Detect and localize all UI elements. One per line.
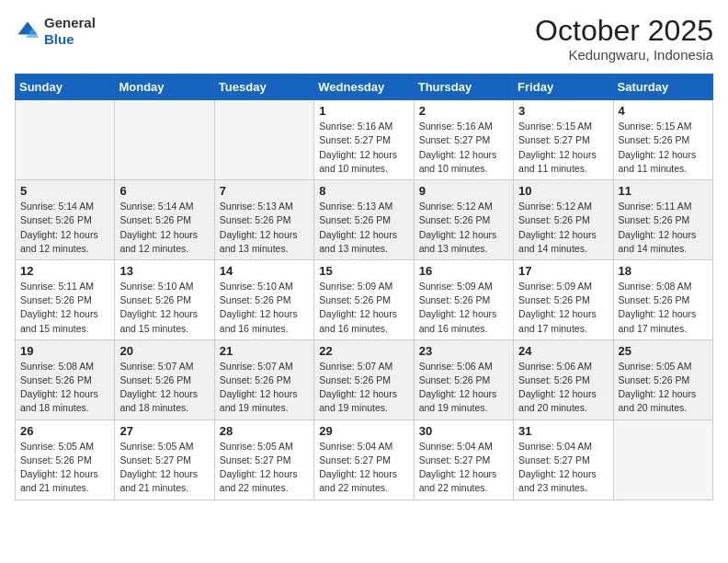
day-number: 18 [619,264,708,278]
daylight-text: Daylight: 12 hours and 10 minutes. [319,149,397,174]
day-number: 14 [220,264,309,278]
day-number: 1 [319,104,408,118]
day-number: 8 [319,184,408,198]
sunrise-text: Sunrise: 5:13 AM [319,201,392,212]
weekday-header-sunday: Sunday [16,75,115,100]
sunrise-text: Sunrise: 5:16 AM [419,121,493,132]
calendar-cell [613,419,712,500]
day-number: 29 [319,424,408,438]
title-block: October 2025 Kedungwaru, Indonesia [535,15,713,63]
sunset-text: Sunset: 5:27 PM [518,454,590,465]
daylight-text: Daylight: 12 hours and 11 minutes. [518,149,597,174]
day-info: Sunrise: 5:15 AMSunset: 5:26 PMDaylight:… [619,120,708,176]
calendar-cell: 14Sunrise: 5:10 AMSunset: 5:26 PMDayligh… [214,259,313,339]
daylight-text: Daylight: 12 hours and 15 minutes. [119,308,198,333]
daylight-text: Daylight: 12 hours and 20 minutes. [619,388,697,413]
calendar-cell: 8Sunrise: 5:13 AMSunset: 5:26 PMDaylight… [314,180,414,260]
sunset-text: Sunset: 5:26 PM [119,374,191,385]
day-number: 31 [518,424,608,438]
sunset-text: Sunset: 5:26 PM [518,374,590,385]
day-info: Sunrise: 5:05 AMSunset: 5:27 PMDaylight:… [119,440,209,496]
sunrise-text: Sunrise: 5:05 AM [119,441,193,452]
daylight-text: Daylight: 12 hours and 23 minutes. [518,468,597,493]
day-number: 10 [518,184,608,198]
logo: General Blue [15,15,96,48]
calendar-cell: 22Sunrise: 5:07 AMSunset: 5:26 PMDayligh… [314,339,414,419]
sunset-text: Sunset: 5:26 PM [119,214,191,225]
calendar-cell [16,100,115,180]
sunrise-text: Sunrise: 5:10 AM [119,281,193,292]
day-number: 2 [419,104,508,118]
sunrise-text: Sunrise: 5:06 AM [419,361,493,372]
calendar-cell: 13Sunrise: 5:10 AMSunset: 5:26 PMDayligh… [115,259,214,339]
sunrise-text: Sunrise: 5:05 AM [619,361,692,372]
logo-icon [15,18,40,44]
day-number: 3 [518,104,608,118]
day-number: 15 [319,264,408,278]
day-info: Sunrise: 5:12 AMSunset: 5:26 PMDaylight:… [419,200,508,256]
week-row-2: 5Sunrise: 5:14 AMSunset: 5:26 PMDaylight… [16,180,713,260]
day-info: Sunrise: 5:05 AMSunset: 5:26 PMDaylight:… [20,440,109,496]
sunrise-text: Sunrise: 5:12 AM [518,201,592,212]
day-info: Sunrise: 5:04 AMSunset: 5:27 PMDaylight:… [518,440,608,496]
sunset-text: Sunset: 5:26 PM [319,214,391,225]
daylight-text: Daylight: 12 hours and 12 minutes. [119,229,198,254]
sunrise-text: Sunrise: 5:15 AM [518,121,592,132]
page-header: General Blue October 2025 Kedungwaru, In… [15,15,713,63]
day-number: 12 [20,264,109,278]
sunset-text: Sunset: 5:27 PM [319,134,391,145]
sunrise-text: Sunrise: 5:10 AM [220,281,293,292]
day-info: Sunrise: 5:06 AMSunset: 5:26 PMDaylight:… [518,360,608,416]
daylight-text: Daylight: 12 hours and 16 minutes. [319,308,397,333]
calendar-cell: 11Sunrise: 5:11 AMSunset: 5:26 PMDayligh… [613,180,712,260]
calendar-cell: 23Sunrise: 5:06 AMSunset: 5:26 PMDayligh… [414,339,513,419]
sunset-text: Sunset: 5:26 PM [119,294,191,305]
day-info: Sunrise: 5:07 AMSunset: 5:26 PMDaylight:… [119,360,209,416]
sunset-text: Sunset: 5:26 PM [220,294,291,305]
calendar-cell [214,100,313,180]
calendar-cell: 27Sunrise: 5:05 AMSunset: 5:27 PMDayligh… [115,419,214,500]
sunset-text: Sunset: 5:27 PM [518,134,590,145]
sunset-text: Sunset: 5:27 PM [419,134,491,145]
day-info: Sunrise: 5:04 AMSunset: 5:27 PMDaylight:… [419,440,508,496]
sunset-text: Sunset: 5:26 PM [20,294,92,305]
sunset-text: Sunset: 5:27 PM [220,454,291,465]
sunrise-text: Sunrise: 5:09 AM [419,281,493,292]
calendar-cell: 9Sunrise: 5:12 AMSunset: 5:26 PMDaylight… [414,180,513,260]
calendar-cell: 12Sunrise: 5:11 AMSunset: 5:26 PMDayligh… [16,259,115,339]
day-number: 9 [419,184,508,198]
daylight-text: Daylight: 12 hours and 19 minutes. [319,388,397,413]
sunset-text: Sunset: 5:26 PM [20,454,92,465]
day-info: Sunrise: 5:10 AMSunset: 5:26 PMDaylight:… [220,280,309,336]
sunrise-text: Sunrise: 5:14 AM [20,201,94,212]
sunrise-text: Sunrise: 5:08 AM [20,361,94,372]
day-number: 6 [119,184,209,198]
sunrise-text: Sunrise: 5:05 AM [220,441,293,452]
calendar-cell: 16Sunrise: 5:09 AMSunset: 5:26 PMDayligh… [414,259,513,339]
daylight-text: Daylight: 12 hours and 18 minutes. [20,388,98,413]
sunset-text: Sunset: 5:26 PM [518,214,590,225]
calendar-cell: 15Sunrise: 5:09 AMSunset: 5:26 PMDayligh… [314,259,414,339]
sunset-text: Sunset: 5:26 PM [619,134,690,145]
calendar-cell: 24Sunrise: 5:06 AMSunset: 5:26 PMDayligh… [514,339,613,419]
sunset-text: Sunset: 5:26 PM [20,214,92,225]
day-number: 24 [518,344,608,358]
sunset-text: Sunset: 5:26 PM [619,214,690,225]
calendar-cell: 18Sunrise: 5:08 AMSunset: 5:26 PMDayligh… [613,259,712,339]
daylight-text: Daylight: 12 hours and 15 minutes. [20,308,98,333]
month-title: October 2025 [535,15,713,47]
sunset-text: Sunset: 5:26 PM [419,294,491,305]
day-info: Sunrise: 5:16 AMSunset: 5:27 PMDaylight:… [319,120,408,176]
daylight-text: Daylight: 12 hours and 21 minutes. [119,468,198,493]
sunset-text: Sunset: 5:27 PM [319,454,391,465]
daylight-text: Daylight: 12 hours and 12 minutes. [20,229,98,254]
sunrise-text: Sunrise: 5:06 AM [518,361,592,372]
day-info: Sunrise: 5:12 AMSunset: 5:26 PMDaylight:… [518,200,608,256]
weekday-header-thursday: Thursday [414,75,513,100]
sunrise-text: Sunrise: 5:07 AM [319,361,392,372]
day-info: Sunrise: 5:15 AMSunset: 5:27 PMDaylight:… [518,120,608,176]
sunrise-text: Sunrise: 5:08 AM [619,281,692,292]
sunset-text: Sunset: 5:26 PM [319,294,391,305]
sunrise-text: Sunrise: 5:11 AM [619,201,692,212]
calendar-cell: 1Sunrise: 5:16 AMSunset: 5:27 PMDaylight… [314,100,414,180]
